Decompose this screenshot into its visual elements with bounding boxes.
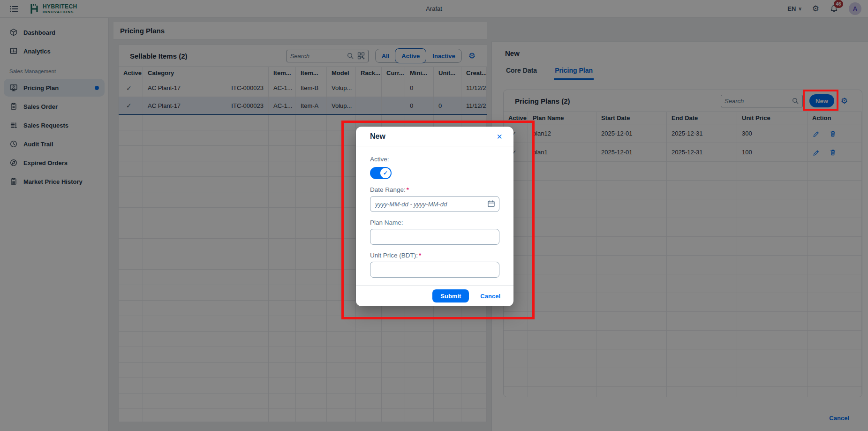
required-asterisk: * xyxy=(419,252,421,259)
active-toggle[interactable]: ✓ xyxy=(370,167,392,179)
plan-name-label: Plan Name: xyxy=(370,219,499,226)
dialog-body: Active: ✓ Date Range:* Plan Name: Unit P… xyxy=(356,146,513,285)
new-plan-dialog: New × Active: ✓ Date Range:* Plan Name: … xyxy=(356,127,513,306)
active-label: Active: xyxy=(370,156,499,163)
close-icon[interactable]: × xyxy=(497,132,502,141)
dialog-footer: Submit Cancel xyxy=(356,285,513,306)
plan-name-input[interactable] xyxy=(370,229,499,245)
submit-button[interactable]: Submit xyxy=(432,289,469,302)
unit-price-input[interactable] xyxy=(370,262,499,278)
dialog-cancel-link[interactable]: Cancel xyxy=(480,293,500,300)
date-range-label: Date Range:* xyxy=(370,186,499,193)
required-asterisk: * xyxy=(407,186,409,193)
dialog-header: New × xyxy=(356,127,513,146)
dialog-title: New xyxy=(370,132,385,141)
date-range-input[interactable] xyxy=(370,196,499,212)
unit-price-label: Unit Price (BDT):* xyxy=(370,252,499,259)
toggle-check-icon: ✓ xyxy=(380,168,391,178)
